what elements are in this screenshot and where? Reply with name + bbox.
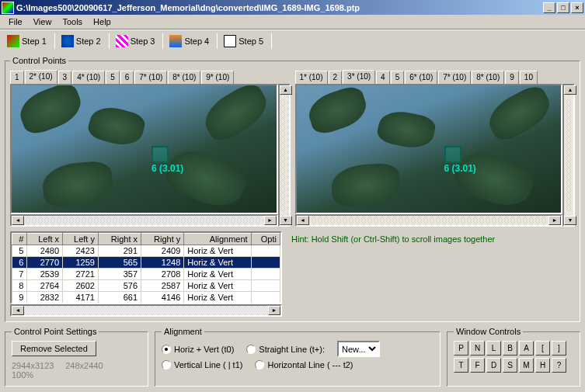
column-header[interactable]: Right y xyxy=(141,234,184,245)
image-tab[interactable]: 10 xyxy=(520,71,538,85)
image-tab[interactable]: 3 xyxy=(58,71,72,85)
image-tab[interactable]: 6* (10) xyxy=(405,71,437,85)
menu-bar: File View Tools Help xyxy=(0,15,585,29)
image-tab[interactable]: 7* (10) xyxy=(134,71,167,85)
image-tab[interactable]: 1 xyxy=(10,71,24,85)
hint-text: Hint: Hold Shift (or Ctrl-Shift) to scro… xyxy=(288,231,495,317)
step1-icon xyxy=(7,35,19,47)
radio-horiz-vert[interactable]: Horiz + Vert (t0) xyxy=(162,345,234,354)
menu-help[interactable]: Help xyxy=(88,16,117,28)
left-h-scrollbar[interactable]: ◄► xyxy=(10,214,278,227)
image-tab[interactable]: 1* (10) xyxy=(295,71,328,85)
column-header[interactable]: Alignment xyxy=(184,234,251,245)
image-tab[interactable]: 4 xyxy=(376,71,390,85)
menu-view[interactable]: View xyxy=(28,16,57,28)
window-control-button[interactable]: B xyxy=(503,341,517,356)
left-image-tabs: 12* (10)34* (10)567* (10)8* (10)9* (10) xyxy=(10,70,291,84)
column-header[interactable]: Left y xyxy=(63,234,99,245)
window-control-button[interactable]: T xyxy=(454,358,468,373)
step-5-button[interactable]: Step 5 xyxy=(220,33,267,50)
image-tab[interactable]: 4* (10) xyxy=(72,71,105,85)
window-controls-row2: TFDSMH? xyxy=(454,358,573,373)
radio-vertical-line[interactable]: Vertical Line ( | t1) xyxy=(162,360,242,369)
menu-tools[interactable]: Tools xyxy=(57,16,88,28)
step3-icon xyxy=(116,35,128,47)
image-tab[interactable]: 6 xyxy=(120,71,134,85)
image-tab[interactable]: 9 xyxy=(505,71,519,85)
control-point-label: 6 (3.01) xyxy=(444,163,476,174)
window-control-button[interactable]: H xyxy=(535,358,550,373)
window-control-button[interactable]: P xyxy=(454,341,468,356)
image-tab[interactable]: 7* (10) xyxy=(438,71,471,85)
column-header[interactable]: Right x xyxy=(98,234,141,245)
left-image-viewport[interactable]: 6 (3.01) xyxy=(10,84,278,214)
right-image-tabs: 1* (10)23* (10)456* (10)7* (10)8* (10)91… xyxy=(295,70,576,84)
maximize-button[interactable]: □ xyxy=(557,2,569,13)
control-point-marker[interactable] xyxy=(151,146,169,163)
column-header[interactable]: Left x xyxy=(27,234,63,245)
window-title: G:\Images500\20090617_Jefferson_Memorial… xyxy=(16,3,541,12)
window-controls-row1: PNLBA[] xyxy=(454,341,573,356)
radio-horizontal-line[interactable]: Horizontal Line ( --- t2) xyxy=(255,360,353,369)
image-panes: 12* (10)34* (10)567* (10)8* (10)9* (10) … xyxy=(10,70,575,227)
right-h-scrollbar[interactable]: ◄► xyxy=(295,214,563,227)
control-points-table[interactable]: #Left xLeft yRight xRight yAlignmentOpti… xyxy=(10,231,282,304)
control-points-group: Control Points 12* (10)34* (10)567* (10)… xyxy=(5,56,580,322)
right-v-scrollbar[interactable]: ▲▼ xyxy=(562,84,575,227)
left-dimensions: 2944x3123 xyxy=(12,361,54,370)
minimize-button[interactable]: _ xyxy=(543,2,555,13)
step-2-button[interactable]: Step 2 xyxy=(57,33,105,50)
remove-selected-button[interactable]: Remove Selected xyxy=(12,341,96,356)
window-control-button[interactable]: F xyxy=(470,358,485,373)
image-tab[interactable]: 2* (10) xyxy=(25,70,57,84)
left-v-scrollbar[interactable]: ▲▼ xyxy=(278,84,291,227)
close-button[interactable]: × xyxy=(571,2,583,13)
bottom-panels: Control Point Settings Remove Selected 2… xyxy=(5,327,580,387)
step5-icon xyxy=(224,35,236,47)
image-tab[interactable]: 2 xyxy=(329,71,343,85)
right-dimensions: 248x2440 xyxy=(65,361,103,370)
radio-straight-line[interactable]: Straight Line (t+): xyxy=(246,345,325,354)
control-point-marker[interactable] xyxy=(444,146,461,163)
title-bar: G:\Images500\20090617_Jefferson_Memorial… xyxy=(0,0,585,15)
image-tab[interactable]: 5 xyxy=(391,71,405,85)
image-tab[interactable]: 3* (10) xyxy=(343,70,375,84)
step-3-button[interactable]: Step 3 xyxy=(112,33,159,50)
straight-line-combo[interactable]: New... xyxy=(337,341,380,357)
window-controls-group: Window Controls PNLBA[] TFDSMH? xyxy=(447,327,580,387)
image-tab[interactable]: 5 xyxy=(106,71,120,85)
menu-file[interactable]: File xyxy=(3,16,28,28)
window-control-button[interactable]: [ xyxy=(535,341,550,356)
table-row[interactable]: 6277012595651248Horiz & Vert xyxy=(12,257,280,269)
window-control-button[interactable]: ? xyxy=(552,358,566,373)
control-point-settings-group: Control Point Settings Remove Selected 2… xyxy=(5,327,148,387)
image-tab[interactable]: 8* (10) xyxy=(472,71,504,85)
image-tab[interactable]: 9* (10) xyxy=(201,71,234,85)
column-header[interactable]: Opti xyxy=(251,234,280,245)
image-tab[interactable]: 8* (10) xyxy=(168,71,200,85)
dimension-info: 2944x3123 248x2440 100% xyxy=(12,361,141,380)
step-4-button[interactable]: Step 4 xyxy=(165,33,213,50)
window-control-button[interactable]: S xyxy=(503,358,517,373)
lower-area: #Left xLeft yRight xRight yAlignmentOpti… xyxy=(10,231,575,317)
right-image-viewport[interactable]: 6 (3.01) xyxy=(295,84,563,214)
zoom-level: 100% xyxy=(12,370,33,380)
window-control-button[interactable]: ] xyxy=(552,341,566,356)
app-icon xyxy=(2,2,14,14)
window-control-button[interactable]: D xyxy=(486,358,501,373)
step-1-button[interactable]: Step 1 xyxy=(3,33,50,50)
control-point-label: 6 (3.01) xyxy=(151,163,183,174)
window-control-button[interactable]: N xyxy=(470,341,485,356)
window-control-button[interactable]: A xyxy=(519,341,534,356)
table-row[interactable]: 8276426025762587Horiz & Vert xyxy=(12,280,280,292)
table-row[interactable]: 9283241716614146Horiz & Vert xyxy=(12,292,280,304)
window-control-button[interactable]: L xyxy=(486,341,501,356)
window-control-button[interactable]: M xyxy=(519,358,534,373)
table-row[interactable]: 5248024232912409Horiz & Vert xyxy=(12,245,280,257)
column-header[interactable]: # xyxy=(12,234,27,245)
alignment-group: Alignment Horiz + Vert (t0) Straight Lin… xyxy=(155,327,440,387)
table-row[interactable]: 7253927213572708Horiz & Vert xyxy=(12,269,280,280)
table-h-scrollbar[interactable]: ◄► xyxy=(10,304,282,317)
left-pane: 12* (10)34* (10)567* (10)8* (10)9* (10) … xyxy=(10,70,291,227)
step2-icon xyxy=(61,35,74,47)
